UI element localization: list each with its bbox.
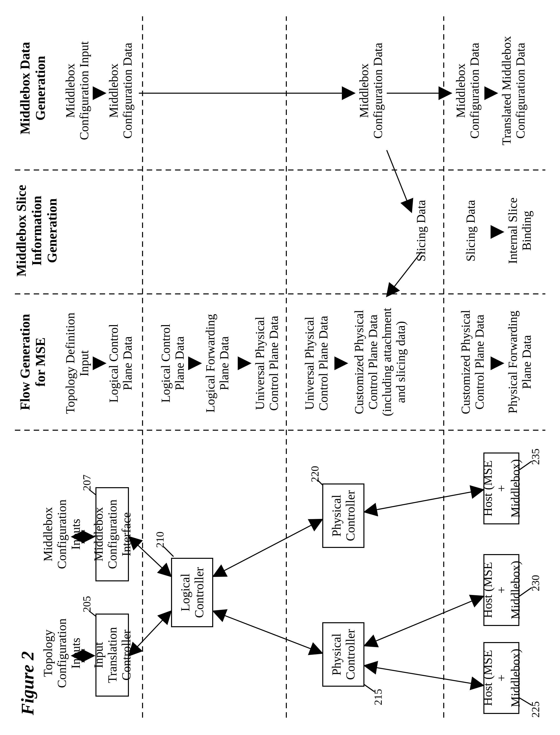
ref-210: 210	[154, 531, 166, 548]
node-logical-controller: LogicalController	[171, 558, 213, 627]
c1-r1b: Logical ControlPlane Data	[107, 306, 134, 420]
svg-line-12	[364, 666, 483, 685]
svg-line-10	[213, 611, 322, 653]
node-physical-controller-a: PhysicalController	[322, 622, 364, 687]
col-head-flow-gen: Flow Generationfor MSE	[17, 306, 48, 418]
label-topology-inputs: TopologyConfiguration Inputs	[41, 614, 83, 693]
c2-r4a: Slicing Data	[464, 178, 477, 284]
node-middlebox-config-interface: MiddleboxConfiguration Interface	[95, 487, 129, 581]
ref-225: 225	[529, 701, 542, 718]
node-physical-controller-b: PhysicalController	[322, 483, 364, 548]
col-head-slice-gen: Middlebox SliceInformationGeneration	[14, 178, 60, 284]
c1-r2a: Logical ControlPlane Data	[159, 306, 186, 420]
c1-r2b: Logical ForwardingPlane Data	[203, 306, 231, 420]
c1-r3b: Customized PhysicalControl Plane Data(in…	[352, 301, 408, 423]
ref-205: 205	[81, 596, 93, 612]
c1-r2c: Universal PhysicalControl Plane Data	[253, 306, 281, 420]
ref-215: 215	[372, 689, 384, 705]
c3-r3a: MiddleboxConfiguration Data	[357, 21, 385, 160]
c3-r4a: MiddleboxConfiguration Data	[454, 21, 481, 160]
c3-r4b: Translated MiddleboxConfiguration Data	[500, 21, 527, 160]
c1-r4b: Physical ForwardingPlane Data	[506, 301, 533, 423]
node-host-c: Host (MSE +Middlebox)	[483, 452, 519, 524]
svg-line-8	[129, 611, 171, 656]
svg-line-13	[364, 596, 483, 646]
svg-line-29	[387, 150, 412, 212]
svg-line-14	[364, 490, 483, 512]
svg-line-17	[164, 547, 174, 556]
node-input-translation-controller: Input TranslationController	[95, 614, 129, 697]
ref-235: 235	[529, 448, 542, 465]
figure-title: Figure 2	[17, 651, 38, 715]
ref-230: 230	[529, 575, 542, 591]
c3-r1a: MiddleboxConfiguration Input	[63, 21, 91, 160]
node-host-b: Host (MSE +Middlebox)	[483, 554, 519, 626]
label-middlebox-inputs: MiddleboxConfiguration Inputs	[41, 492, 83, 576]
c2-r3a: Slicing Data	[414, 178, 428, 284]
c1-r3a: Universal PhysicalControl Plane Data	[302, 306, 330, 420]
c3-r1b: MiddleboxConfiguration Data	[107, 21, 134, 160]
node-host-a: Host (MSE +Middlebox)	[483, 642, 519, 714]
c2-r4b: Internal SliceBinding	[506, 178, 533, 284]
ref-220: 220	[309, 466, 321, 482]
c1-r1a: Topology DefinitionInput	[63, 306, 91, 420]
ref-207: 207	[81, 474, 93, 491]
c1-r4a: Customized PhysicalControl Plane Data	[459, 301, 486, 423]
col-head-mbox-data: Middlebox DataGeneration	[17, 19, 48, 158]
svg-line-11	[213, 519, 322, 576]
